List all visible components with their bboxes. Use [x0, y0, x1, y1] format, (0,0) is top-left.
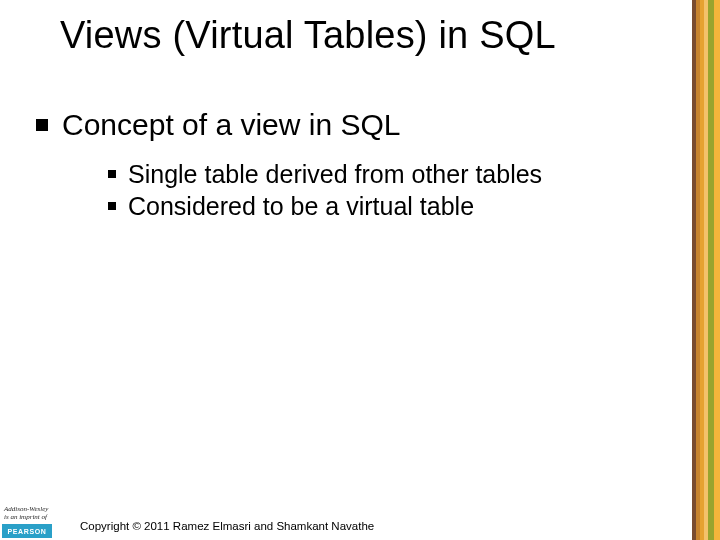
square-bullet-icon: [108, 170, 116, 178]
bullet-level1-text: Concept of a view in SQL: [62, 108, 401, 142]
bullet-level2: Considered to be a virtual table: [108, 192, 474, 221]
bullet-level1: Concept of a view in SQL: [36, 108, 401, 142]
square-bullet-icon: [36, 119, 48, 131]
slide: Views (Virtual Tables) in SQL Concept of…: [0, 0, 720, 540]
slide-title: Views (Virtual Tables) in SQL: [60, 14, 556, 57]
publisher-logo: Addison-Wesley is an imprint of PEARSON: [2, 505, 64, 538]
square-bullet-icon: [108, 202, 116, 210]
copyright-text: Copyright © 2011 Ramez Elmasri and Shamk…: [80, 520, 374, 532]
pearson-badge: PEARSON: [2, 524, 52, 538]
slide-footer: Addison-Wesley is an imprint of PEARSON …: [0, 494, 720, 540]
bullet-level2-text: Considered to be a virtual table: [128, 192, 474, 221]
bullet-level2: Single table derived from other tables: [108, 160, 542, 189]
bullet-level2-text: Single table derived from other tables: [128, 160, 542, 189]
decorative-stripe: [692, 0, 720, 540]
publisher-name: Addison-Wesley is an imprint of: [2, 505, 64, 522]
